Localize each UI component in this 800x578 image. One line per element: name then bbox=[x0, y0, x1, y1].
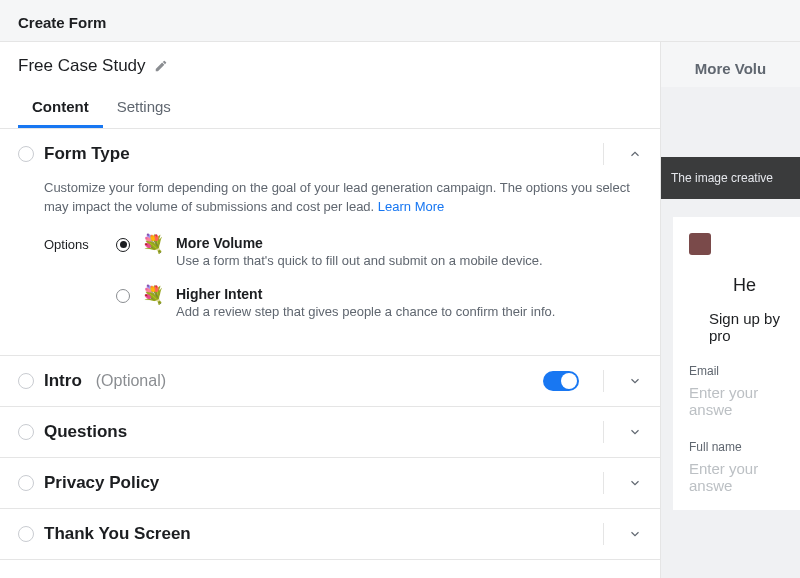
status-circle-icon bbox=[18, 526, 34, 542]
modal-title: Create Form bbox=[0, 0, 800, 42]
form-name-row[interactable]: Free Case Study bbox=[0, 42, 660, 86]
section-intro-header[interactable]: Intro (Optional) bbox=[0, 356, 660, 406]
option-more-volume[interactable]: 💐 More Volume Use a form that's quick to… bbox=[116, 235, 642, 268]
radio-icon[interactable] bbox=[116, 238, 130, 252]
edit-icon[interactable] bbox=[154, 59, 168, 73]
option-title: More Volume bbox=[176, 235, 642, 251]
divider bbox=[603, 421, 604, 443]
divider bbox=[603, 143, 604, 165]
avatar bbox=[689, 233, 711, 255]
status-circle-icon bbox=[18, 373, 34, 389]
preview-banner: The image creative bbox=[661, 157, 800, 199]
status-circle-icon bbox=[18, 424, 34, 440]
chevron-down-icon[interactable] bbox=[628, 425, 642, 439]
section-privacy-title: Privacy Policy bbox=[44, 473, 159, 493]
field-placeholder[interactable]: Enter your answe bbox=[689, 384, 800, 434]
divider bbox=[603, 370, 604, 392]
section-thankyou-header[interactable]: Thank You Screen bbox=[0, 509, 660, 559]
section-intro-title: Intro bbox=[44, 371, 82, 391]
bouquet-icon: 💐 bbox=[142, 235, 164, 253]
section-thankyou-title: Thank You Screen bbox=[44, 524, 191, 544]
options-label: Options bbox=[44, 235, 116, 337]
preview-card: He Sign up by pro Email Enter your answe… bbox=[673, 217, 800, 510]
status-circle-icon bbox=[18, 146, 34, 162]
section-questions: Questions bbox=[0, 407, 660, 458]
preview-headline: He bbox=[689, 275, 800, 296]
chevron-down-icon[interactable] bbox=[628, 476, 642, 490]
form-type-help: Customize your form depending on the goa… bbox=[44, 179, 642, 217]
option-title: Higher Intent bbox=[176, 286, 642, 302]
section-privacy: Privacy Policy bbox=[0, 458, 660, 509]
section-questions-title: Questions bbox=[44, 422, 127, 442]
learn-more-link[interactable]: Learn More bbox=[378, 199, 444, 214]
divider bbox=[603, 472, 604, 494]
tabs: Content Settings bbox=[0, 86, 660, 129]
preview-mode-label[interactable]: More Volu bbox=[661, 42, 800, 87]
option-higher-intent[interactable]: 💐 Higher Intent Add a review step that g… bbox=[116, 286, 642, 319]
option-desc: Use a form that's quick to fill out and … bbox=[176, 253, 642, 268]
field-label: Email bbox=[689, 358, 800, 384]
preview-subline: Sign up by pro bbox=[689, 304, 800, 358]
left-pane: Free Case Study Content Settings Form Ty… bbox=[0, 42, 660, 578]
section-form-type: Form Type Customize your form depending … bbox=[0, 129, 660, 356]
section-questions-header[interactable]: Questions bbox=[0, 407, 660, 457]
optional-label: (Optional) bbox=[96, 372, 166, 390]
form-name: Free Case Study bbox=[18, 56, 146, 76]
divider bbox=[603, 523, 604, 545]
preview-pane: More Volu The image creative He Sign up … bbox=[660, 42, 800, 578]
tab-content[interactable]: Content bbox=[18, 86, 103, 128]
section-form-type-title: Form Type bbox=[44, 144, 130, 164]
status-circle-icon bbox=[18, 475, 34, 491]
section-intro: Intro (Optional) bbox=[0, 356, 660, 407]
chevron-down-icon[interactable] bbox=[628, 527, 642, 541]
field-label: Full name bbox=[689, 434, 800, 460]
chevron-up-icon[interactable] bbox=[628, 147, 642, 161]
chevron-down-icon[interactable] bbox=[628, 374, 642, 388]
section-form-type-header[interactable]: Form Type bbox=[0, 129, 660, 179]
field-placeholder[interactable]: Enter your answe bbox=[689, 460, 800, 510]
option-desc: Add a review step that gives people a ch… bbox=[176, 304, 642, 319]
section-privacy-header[interactable]: Privacy Policy bbox=[0, 458, 660, 508]
bouquet-icon: 💐 bbox=[142, 286, 164, 304]
radio-icon[interactable] bbox=[116, 289, 130, 303]
tab-settings[interactable]: Settings bbox=[103, 86, 185, 128]
intro-toggle[interactable] bbox=[543, 371, 579, 391]
section-thankyou: Thank You Screen bbox=[0, 509, 660, 560]
